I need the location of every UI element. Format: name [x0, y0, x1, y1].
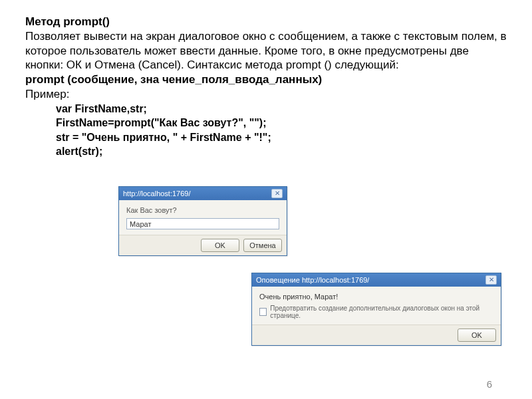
suppress-checkbox[interactable] — [259, 308, 267, 316]
prompt-title: http://localhost:1769/ — [123, 190, 191, 198]
code-block: var FirstName,str; FirstName=prompt("Как… — [56, 102, 507, 159]
page-number: 6 — [487, 378, 492, 390]
code-line-2: FirstName=prompt("Как Вас зовут?", ""); — [56, 116, 507, 130]
document-body: Метод prompt() Позволяет вывести на экра… — [0, 0, 532, 159]
syntax-line: prompt (сообщение, зна чение_поля_ввода_… — [25, 72, 507, 87]
alert-dialog: Оповещение http://localhost:1769/ ✕ Очен… — [251, 273, 501, 346]
code-line-4: alert(str); — [56, 144, 102, 159]
heading: Метод prompt() — [25, 15, 507, 29]
paragraph: Позволяет вывести на экран диалоговое ок… — [25, 29, 507, 72]
example-label: Пример: — [25, 87, 507, 102]
suppress-checkbox-label: Предотвратить создание дополнительных ди… — [270, 305, 493, 319]
alert-titlebar: Оповещение http://localhost:1769/ ✕ — [252, 273, 501, 287]
prompt-titlebar: http://localhost:1769/ ✕ — [119, 187, 287, 200]
close-icon[interactable]: ✕ — [485, 275, 497, 285]
code-line-1: var FirstName,str; — [56, 102, 507, 116]
close-icon[interactable]: ✕ — [271, 189, 283, 198]
prompt-input[interactable] — [126, 218, 279, 229]
ok-button[interactable]: OK — [201, 239, 239, 252]
prompt-message: Как Вас зовут? — [126, 206, 279, 214]
alert-title: Оповещение http://localhost:1769/ — [256, 276, 369, 284]
ok-button[interactable]: OK — [458, 329, 496, 342]
code-line-3: str = "Очень приятно, " + FirstName + "!… — [56, 130, 507, 145]
alert-message: Очень приятно, Марат! — [259, 293, 493, 301]
prompt-dialog: http://localhost:1769/ ✕ Как Вас зовут? … — [118, 186, 287, 256]
cancel-button[interactable]: Отмена — [243, 239, 282, 252]
